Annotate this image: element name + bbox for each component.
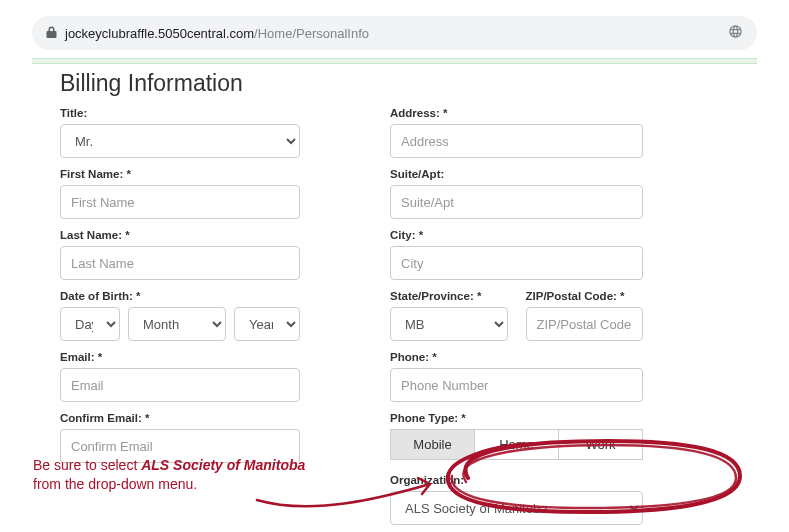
suite-input[interactable] [390, 185, 643, 219]
phone-input[interactable] [390, 368, 643, 402]
email-label: Email: * [60, 351, 300, 363]
phone-type-label: Phone Type: * [390, 412, 643, 424]
annotation-bold: ALS Society of Manitoba [141, 457, 305, 473]
city-input[interactable] [390, 246, 643, 280]
city-label: City: * [390, 229, 643, 241]
lock-icon [46, 26, 57, 41]
success-strip [32, 58, 757, 64]
phone-type-work[interactable]: Work [559, 429, 643, 460]
annotation-text: Be sure to select ALS Society of Manitob… [33, 456, 305, 494]
dob-day-select[interactable]: Day [60, 307, 120, 341]
dob-month-select[interactable]: Month [128, 307, 226, 341]
dob-year-select[interactable]: Year [234, 307, 300, 341]
state-select[interactable]: MB [390, 307, 508, 341]
first-name-input[interactable] [60, 185, 300, 219]
title-label: Title: [60, 107, 300, 119]
dob-label: Date of Birth: * [60, 290, 300, 302]
zip-input[interactable] [526, 307, 644, 341]
title-select[interactable]: Mr. [60, 124, 300, 158]
confirm-email-label: Confirm Email: * [60, 412, 300, 424]
email-input[interactable] [60, 368, 300, 402]
annotation-line2: from the drop-down menu. [33, 476, 197, 492]
phone-label: Phone: * [390, 351, 643, 363]
organization-select[interactable]: ALS Society of Manitoba [390, 491, 643, 525]
phone-type-mobile[interactable]: Mobile [390, 429, 475, 460]
organization-label: Organization: [390, 474, 643, 486]
url-domain: jockeyclubraffle.5050central.com [65, 26, 254, 41]
state-label: State/Province: * [390, 290, 508, 302]
phone-type-home[interactable]: Home [475, 429, 559, 460]
last-name-label: Last Name: * [60, 229, 300, 241]
address-label: Address: * [390, 107, 643, 119]
translate-icon[interactable] [728, 24, 743, 42]
last-name-input[interactable] [60, 246, 300, 280]
first-name-label: First Name: * [60, 168, 300, 180]
annotation-prefix: Be sure to select [33, 457, 141, 473]
zip-label: ZIP/Postal Code: * [526, 290, 644, 302]
address-input[interactable] [390, 124, 643, 158]
address-bar[interactable]: jockeyclubraffle.5050central.com /Home/P… [32, 16, 757, 50]
page-title: Billing Information [60, 70, 729, 97]
url-path: /Home/PersonalInfo [254, 26, 369, 41]
suite-label: Suite/Apt: [390, 168, 643, 180]
